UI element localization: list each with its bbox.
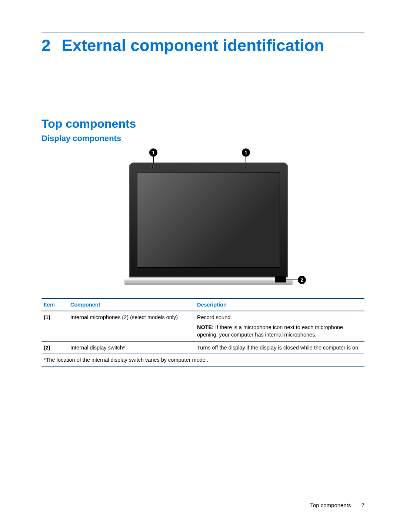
chapter-title: External component identification <box>61 36 324 55</box>
subsection-heading: Display components <box>41 134 364 143</box>
laptop-hinge <box>124 280 293 285</box>
microphone-icon <box>152 166 153 168</box>
chapter-rule <box>41 33 364 33</box>
manual-page: 2 External component identification Top … <box>0 0 400 532</box>
cell-item: (1) <box>41 311 68 342</box>
table-footnote: *The location of the internal display sw… <box>41 354 364 367</box>
components-table: Item Component Description (1) Internal … <box>41 298 364 367</box>
page-number: 7 <box>361 502 364 508</box>
col-header-description: Description <box>195 298 364 311</box>
cell-item: (2) <box>41 342 68 354</box>
callout-1-icon: 1 <box>242 148 250 157</box>
cell-description: Turns off the display if the display is … <box>195 342 364 354</box>
note-label: NOTE: <box>197 324 214 330</box>
cell-description: Record sound. NOTE: If there is a microp… <box>195 311 364 342</box>
laptop-display-bezel <box>129 163 288 278</box>
callout-1-icon: 1 <box>149 148 157 157</box>
section-heading: Top components <box>41 117 364 131</box>
chapter-heading: 2 External component identification <box>41 36 364 55</box>
table-row: (2) Internal display switch* Turns off t… <box>41 342 364 354</box>
cell-component: Internal microphones (2) (select models … <box>68 311 195 342</box>
display-components-figure: 1 1 2 <box>41 148 364 289</box>
note-text: If there is a microphone icon next to ea… <box>197 324 343 338</box>
chapter-number: 2 <box>41 36 50 55</box>
note-block: NOTE: If there is a microphone icon next… <box>197 324 362 338</box>
table-footnote-row: *The location of the internal display sw… <box>41 354 364 367</box>
laptop-illustration: 1 1 2 <box>107 148 299 289</box>
callout-leader <box>286 280 299 280</box>
page-footer: Top components 7 <box>310 502 364 508</box>
cell-component: Internal display switch* <box>68 342 195 354</box>
footer-section: Top components <box>310 502 351 508</box>
col-header-item: Item <box>41 298 68 311</box>
callout-2-icon: 2 <box>298 276 306 284</box>
description-text: Record sound. <box>197 314 232 320</box>
table-row: (1) Internal microphones (2) (select mod… <box>41 311 364 342</box>
col-header-component: Component <box>68 298 195 311</box>
callout-box <box>275 276 286 282</box>
microphone-icon <box>244 166 246 168</box>
